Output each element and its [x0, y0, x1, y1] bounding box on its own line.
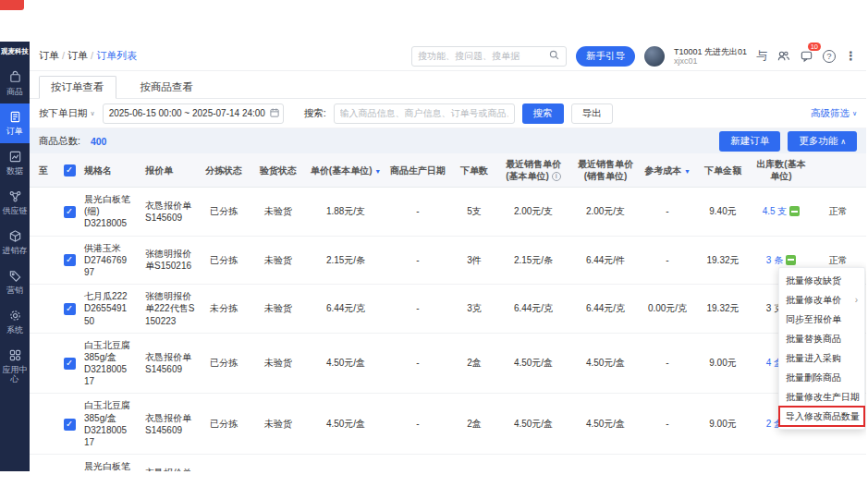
row-checkbox[interactable]: ✓	[64, 206, 76, 218]
unit-price-cell: 1.88元/支	[307, 188, 385, 237]
row-gutter	[30, 188, 57, 237]
unit-tool-icon[interactable]	[786, 255, 796, 265]
orders-icon	[8, 110, 22, 124]
more-menu-item[interactable]: 批量修改单价 ›	[779, 290, 864, 310]
avatar[interactable]	[644, 46, 665, 67]
col-inspection-status: 验货状态	[250, 153, 307, 188]
breadcrumb-orders2[interactable]: 订单	[67, 50, 88, 61]
col-seq[interactable]: 至	[30, 153, 57, 188]
unit-tool-icon[interactable]	[789, 206, 800, 216]
recent-price-sale-cell: 6.44元/克	[569, 285, 642, 334]
chevron-down-icon: ∨	[91, 110, 95, 117]
user-meta[interactable]: T10001 先进先出01 xjxc01	[674, 47, 747, 66]
sidebar-item-app-center[interactable]: 应用中心	[0, 342, 30, 391]
spec-name-cell: 供港玉米 D2746769 97	[81, 236, 142, 285]
recent-price-base-cell: 2.15元/条	[497, 236, 569, 285]
table-row[interactable]: ✓ 白玉北豆腐 385g/盒 D3218005 17 衣恳报价单 S145609…	[30, 333, 866, 394]
inspection-status-cell: 未验货	[250, 394, 307, 455]
col-production-date: 商品生产日期	[385, 153, 451, 188]
advanced-filter-toggle[interactable]: 高级筛选∨	[811, 107, 857, 120]
tab-by-product[interactable]: 按商品查看	[129, 77, 205, 98]
unit-price-cell: 4.50元/盒	[307, 333, 385, 394]
help-icon[interactable]: ?	[823, 50, 836, 63]
global-search-box[interactable]	[411, 46, 567, 67]
sort-icon[interactable]: ▼	[374, 168, 381, 175]
col-reference-cost[interactable]: 参考成本 ▼	[642, 153, 693, 188]
chevron-up-icon: ∧	[840, 138, 846, 146]
sidebar-item-system[interactable]: 系统	[0, 302, 30, 342]
table-row[interactable]: ✓ 白玉北豆腐 385g/盒 D3218005 17 衣恳报价单 S145609…	[30, 394, 866, 455]
more-menu-item[interactable]: 批量替换商品	[779, 329, 864, 348]
more-options-icon[interactable]: ⋮	[845, 49, 857, 63]
sorting-status-cell: 已分拣	[198, 333, 250, 394]
language-icon[interactable]: 与	[756, 48, 767, 64]
filter-search-box[interactable]	[334, 103, 515, 124]
quote-cell: 张德明报价 单S150216	[142, 236, 198, 285]
breadcrumb-orders[interactable]: 订单	[39, 50, 59, 61]
supply-chain-icon	[8, 189, 22, 203]
production-date-cell: -	[385, 285, 451, 334]
row-checkbox[interactable]: ✓	[64, 303, 76, 315]
col-status	[810, 153, 866, 188]
production-date-cell: -	[385, 333, 451, 394]
more-menu-item[interactable]: 同步至报价单	[779, 310, 864, 329]
newbie-guide-button[interactable]: 新手引导	[576, 46, 635, 67]
spec-name-cell: 晨光白板笔 (细) D3218005	[81, 455, 142, 471]
table-row[interactable]: ✓ 七月瓜222 D2655491 50 张德明报价 单222代售S 15022…	[30, 285, 866, 334]
sorting-status-cell: 已分拣	[198, 188, 250, 237]
col-spec-name: 规格名	[81, 153, 142, 188]
message-icon[interactable]: 10	[800, 49, 813, 63]
row-checkbox[interactable]: ✓	[64, 254, 76, 266]
new-order-button[interactable]: 新建订单	[719, 131, 780, 152]
row-checkbox[interactable]: ✓	[64, 419, 76, 431]
more-menu-item[interactable]: 批量删除商品	[779, 368, 864, 387]
filter-search-input[interactable]	[340, 108, 508, 118]
inspection-status-cell: 未验货	[250, 333, 307, 394]
info-icon[interactable]: i	[552, 172, 561, 181]
spec-name-cell: 晨光白板笔 (细) D3218005	[81, 188, 142, 237]
sidebar-item-inventory[interactable]: 进销存	[0, 223, 30, 262]
sidebar-item-orders[interactable]: 订单	[0, 103, 30, 143]
sidebar-item-marketing[interactable]: 营销	[0, 262, 30, 302]
export-button[interactable]: 导出	[571, 103, 613, 124]
outbound-qty-value[interactable]: 3 条	[766, 255, 783, 265]
topbar: 订单/订单/订单列表 新手引导 T10001 先进先出01 xjxc01 与 1…	[30, 42, 866, 71]
col-order-amount: 下单金额	[693, 153, 752, 188]
order-amount-cell: 19.32元	[693, 285, 752, 334]
outbound-qty-value[interactable]: 4.5 支	[763, 206, 788, 216]
contacts-icon[interactable]	[776, 49, 790, 63]
order-products-table: 至 ✓ 规格名 报价单 分拣状态 验货状态 单价(基本单位) ▼ 商品生产日期 …	[30, 153, 866, 471]
col-unit-price[interactable]: 单价(基本单位) ▼	[307, 153, 385, 188]
more-menu-item[interactable]: 批量进入采购	[779, 348, 864, 368]
row-checkbox[interactable]: ✓	[64, 358, 76, 370]
col-order-qty: 下单数	[451, 153, 497, 188]
reference-cost-cell: -	[642, 455, 693, 471]
reference-cost-cell: -	[642, 333, 693, 394]
breadcrumb-order-list[interactable]: 订单列表	[96, 50, 137, 61]
more-menu-item[interactable]: 批量修改生产日期	[779, 387, 864, 407]
user-name: T10001 先进先出01	[674, 47, 747, 56]
sort-icon[interactable]: ▼	[684, 168, 691, 175]
row-gutter	[30, 394, 57, 455]
sidebar-item-supply-chain[interactable]: 供应链	[0, 183, 30, 223]
date-type-select[interactable]: 按下单日期∨	[39, 107, 95, 120]
sidebar-item-goods[interactable]: 商品	[0, 64, 30, 103]
reference-cost-cell: -	[642, 394, 693, 455]
select-all-checkbox[interactable]: ✓	[64, 164, 76, 176]
global-search-input[interactable]	[418, 51, 544, 61]
row-select-cell: ✓	[57, 285, 81, 334]
sidebar-item-data[interactable]: 数据	[0, 143, 30, 183]
recent-price-base-cell: 2.00元/支	[497, 455, 569, 471]
tab-by-order[interactable]: 按订单查看	[39, 76, 116, 99]
more-menu-item[interactable]: 批量修改缺货	[779, 271, 864, 290]
more-functions-button[interactable]: 更多功能∧	[788, 131, 857, 152]
date-range-picker[interactable]: 2025-06-15 00:00 ~ 2025-07-14 24:00	[103, 103, 284, 124]
table-row[interactable]: ✓ 供港玉米 D2746769 97 张德明报价 单S150216 已分拣 未验…	[30, 236, 866, 285]
col-outbound-qty: 出库数(基本单位)	[752, 153, 810, 188]
table-row[interactable]: ✓ 晨光白板笔 (细) D3218005 衣恳报价单 S145609 未分拣 未…	[30, 455, 866, 471]
search-button[interactable]: 搜索	[522, 103, 564, 124]
table-row[interactable]: ✓ 晨光白板笔 (细) D3218005 衣恳报价单 S145609 已分拣 未…	[30, 188, 866, 237]
search-icon[interactable]	[548, 49, 560, 63]
recent-price-base-cell: 6.44元/克	[497, 285, 569, 334]
more-menu-item[interactable]: 导入修改商品数量	[779, 407, 864, 426]
